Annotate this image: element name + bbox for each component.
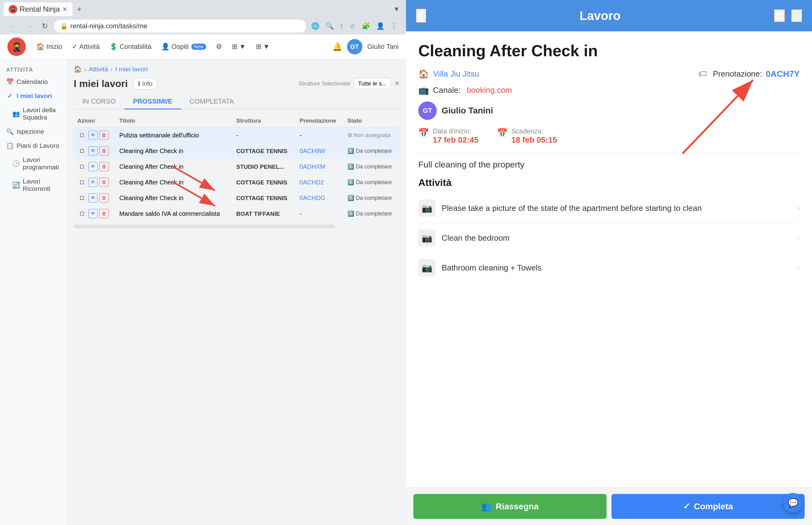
tab-prossime[interactable]: PROSSIMI/E <box>124 94 181 109</box>
chat-button[interactable]: 💬 <box>783 493 803 513</box>
mobile-header-title: Lavoro <box>433 9 768 23</box>
refresh-button[interactable]: ↻ <box>39 20 50 32</box>
nav-dropdown1[interactable]: ⊞ ▼ <box>228 40 250 53</box>
row5-checkbox[interactable]: ☐ <box>77 193 87 202</box>
extensions-btn[interactable]: 🧩 <box>361 21 371 31</box>
active-tab[interactable]: 🥷 Rental Ninja ✕ <box>4 2 73 16</box>
activity-item[interactable]: 📷 Bathroom cleaning + Towels › <box>418 253 800 283</box>
row2-view-btn[interactable]: 👁 <box>89 146 98 155</box>
tab-completata[interactable]: COMPLETATA <box>181 94 242 109</box>
browser-address-bar: ← → ↻ 🔒 rental-ninja.com/tasks/me 🌐 🔍 ↑ … <box>4 18 402 34</box>
table-row: ☐ 👁 🗑 Cleaning After Check in COTTAGE TE… <box>74 190 400 206</box>
row3-booking[interactable]: 0ADHXM <box>300 163 325 170</box>
horizontal-scrollbar[interactable] <box>74 225 335 228</box>
home-breadcrumb-icon[interactable]: 🏠 <box>74 65 82 73</box>
profile-btn[interactable]: 👤 <box>375 21 386 31</box>
sidebar-item-ricorrenti[interactable]: 🔄 Lavori Ricorrenti <box>0 175 67 195</box>
row3-delete-btn[interactable]: 🗑 <box>99 162 109 171</box>
tab-dropdown[interactable]: ▼ <box>391 4 402 14</box>
search-btn[interactable]: 🔍 <box>324 21 335 31</box>
row1-view-btn[interactable]: 👁 <box>89 131 98 140</box>
new-tab-button[interactable]: + <box>74 3 84 15</box>
table-row: ☐ 👁 🗑 Cleaning After Check in STUDIO PEN… <box>74 159 400 175</box>
info-button[interactable]: ℹ Info <box>133 78 158 89</box>
browser-panel: 🥷 Rental Ninja ✕ + ▼ ← → ↻ 🔒 rental-ninj… <box>0 0 406 525</box>
mobile-back-button[interactable]: ❮ <box>416 9 426 23</box>
complete-button[interactable]: ✓ Completa <box>611 494 805 519</box>
mobile-header: ❮ Lavoro 🗑 ⋮ <box>406 0 812 31</box>
row3-view-btn[interactable]: 👁 <box>89 162 98 171</box>
nav-contabilita[interactable]: 💲 Contabilità <box>105 40 156 53</box>
row6-view-btn[interactable]: 👁 <box>89 209 98 218</box>
forward-button[interactable]: → <box>24 20 36 32</box>
end-date-icon: 📅 <box>497 128 507 138</box>
activity-item[interactable]: 📷 Please take a picture of the state of … <box>418 193 800 223</box>
row2-delete-btn[interactable]: 🗑 <box>99 146 109 155</box>
mobile-more-button[interactable]: ⋮ <box>791 9 802 22</box>
nav-settings[interactable]: ⚙ <box>212 40 227 53</box>
row6-checkbox[interactable]: ☐ <box>77 209 87 218</box>
row2-booking[interactable]: 0ACH9W <box>300 148 325 154</box>
row3-checkbox[interactable]: ☐ <box>77 162 87 171</box>
lock-icon: 🔒 <box>60 22 68 30</box>
complete-checkmark-icon: ✓ <box>683 501 690 511</box>
settings-icon: ⚙ <box>216 43 222 51</box>
address-bar[interactable]: 🔒 rental-ninja.com/tasks/me <box>54 20 306 33</box>
sidebar-item-programmati[interactable]: 🕐 Lavori programmati <box>0 153 67 174</box>
main-nav: 🏠 Inizio ✓ Attività 💲 Contabilità 👤 Ospi… <box>32 40 326 53</box>
property-link[interactable]: Villa Jiu Jitsu <box>433 69 479 79</box>
row6-structure: BOAT TIFFANIE <box>236 211 280 217</box>
col-header-azioni: Azioni <box>74 114 115 127</box>
row4-view-btn[interactable]: 👁 <box>89 178 98 187</box>
row4-checkbox[interactable]: ☐ <box>77 178 87 187</box>
reassign-button[interactable]: 👥 Riassegna <box>413 494 607 519</box>
mobile-delete-button[interactable]: 🗑 <box>774 9 785 22</box>
sidebar-item-lavori-squadra[interactable]: 👥 Lavori della Squadra <box>0 103 67 124</box>
job-title: Cleaning After Check in <box>418 41 800 60</box>
sidebar-item-piani[interactable]: 📋 Piani di Lavoro <box>0 139 67 152</box>
row6-delete-btn[interactable]: 🗑 <box>99 209 109 218</box>
mobile-panel: ❮ Lavoro 🗑 ⋮ Cleaning After Check in 🏠 V… <box>406 0 812 525</box>
close-filter-btn[interactable]: ✕ <box>394 80 400 88</box>
bookmark-btn[interactable]: ☆ <box>348 21 357 31</box>
back-button[interactable]: ← <box>7 20 20 32</box>
row1-checkbox[interactable]: ☐ <box>77 131 87 140</box>
tab-in-corso[interactable]: IN CORSO <box>74 94 124 109</box>
activity-text-2: Clean the bedroom <box>442 232 791 243</box>
tab-close-btn[interactable]: ✕ <box>62 5 67 13</box>
app-header: 🥷 🏠 Inizio ✓ Attività 💲 Contabilità 👤 Os… <box>0 34 406 59</box>
activities-section-title: Attività <box>418 177 800 189</box>
nav-inizio[interactable]: 🏠 Inizio <box>32 40 66 53</box>
row5-status-text: Da completare <box>356 195 392 201</box>
sidebar-item-ispezione[interactable]: 🔍 Ispezione <box>0 125 67 138</box>
row1-delete-btn[interactable]: 🗑 <box>99 131 109 140</box>
sidebar-item-i-miei-lavori[interactable]: ✓ I miei lavori <box>0 89 67 103</box>
breadcrumb-current: I miei lavori <box>115 65 148 73</box>
notification-bell-icon[interactable]: 🔔 <box>332 42 342 51</box>
squadra-icon: 👥 <box>12 110 20 117</box>
reassign-label: Riassegna <box>496 501 539 511</box>
row6-title: Mandare saldo IVA al commercialista <box>119 210 220 217</box>
activity-item[interactable]: 📷 Clean the bedroom › <box>418 223 800 253</box>
row4-title: Cleaning After Check in <box>119 179 183 186</box>
row5-delete-btn[interactable]: 🗑 <box>99 193 109 202</box>
nav-dropdown2[interactable]: ⊞ ▼ <box>251 40 274 53</box>
breadcrumb-attivita[interactable]: Attività <box>89 65 108 73</box>
row5-view-btn[interactable]: 👁 <box>89 193 98 202</box>
row5-booking[interactable]: 0ACHDG <box>300 195 325 201</box>
sidebar-item-calendario[interactable]: 📅 Calendario <box>0 75 67 89</box>
row4-delete-btn[interactable]: 🗑 <box>99 178 109 187</box>
menu-btn[interactable]: ⋮ <box>389 21 399 31</box>
filter-bar: Strutture Selezionate Tutte le s... ✕ <box>299 78 400 89</box>
channel-label: Canale: <box>433 86 460 95</box>
nav-attivita[interactable]: ✓ Attività <box>67 40 104 53</box>
nav-ospiti[interactable]: 👤 Ospiti New <box>157 40 210 53</box>
booking-code[interactable]: 0ACH7Y <box>766 69 800 79</box>
row2-checkbox[interactable]: ☐ <box>77 146 87 155</box>
translate-btn[interactable]: 🌐 <box>310 21 321 31</box>
filter-dropdown[interactable]: Tutte le s... <box>354 78 391 89</box>
sidebar-item-calendario-label: Calendario <box>17 78 48 86</box>
more-icon: ⋮ <box>792 10 801 21</box>
share-btn[interactable]: ↑ <box>339 21 345 31</box>
row4-booking[interactable]: 0ACHD2 <box>300 179 324 186</box>
